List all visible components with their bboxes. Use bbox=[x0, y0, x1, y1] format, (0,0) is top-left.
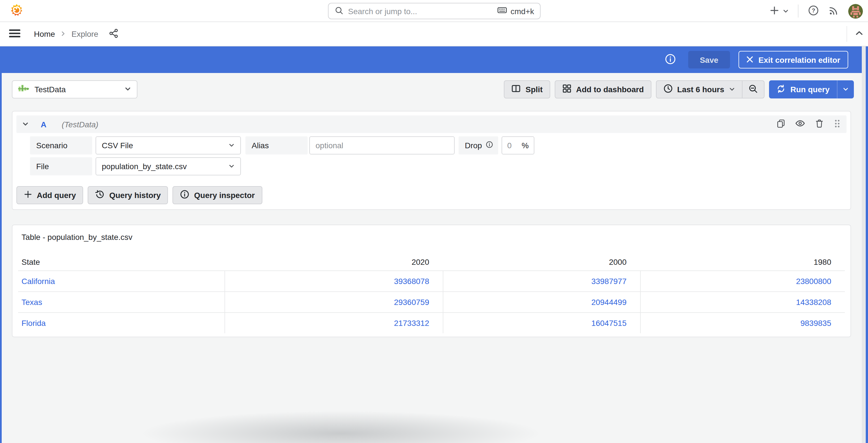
zoom-out-time-button[interactable] bbox=[742, 81, 764, 98]
zoom-out-icon bbox=[748, 84, 758, 95]
table-cell-2020[interactable]: 39368078 bbox=[224, 270, 443, 291]
file-value: population_by_state.csv bbox=[102, 162, 228, 171]
column-header-2000[interactable]: 2000 bbox=[443, 254, 640, 270]
results-table: State 2020 2000 1980 California 39368078… bbox=[18, 254, 845, 333]
grafana-logo-icon[interactable] bbox=[9, 3, 24, 19]
file-select[interactable]: population_by_state.csv bbox=[96, 157, 241, 175]
topbar-actions: ? bbox=[770, 0, 863, 22]
table-panel: Table - population_by_state.csv State 20… bbox=[12, 225, 851, 337]
explore-content: TestData Split Add to dashboard bbox=[2, 73, 862, 443]
run-query-button[interactable]: Run query bbox=[769, 80, 854, 98]
time-range-button[interactable]: Last 6 hours bbox=[656, 81, 742, 98]
table-cell-state[interactable]: Florida bbox=[18, 312, 224, 333]
scenario-label: Scenario bbox=[30, 136, 92, 154]
dashboard-grid-icon bbox=[562, 84, 571, 95]
query-inspector-button[interactable]: Query inspector bbox=[173, 186, 262, 204]
query-history-button[interactable]: Query history bbox=[88, 186, 168, 204]
duplicate-query-button[interactable] bbox=[776, 119, 785, 130]
query-history-label: Query history bbox=[109, 191, 161, 200]
breadcrumb: Home Explore bbox=[34, 29, 98, 38]
correlation-editor-bar: Save Exit correlation editor bbox=[0, 47, 862, 73]
top-nav-bar: Search or jump to... cmd+k ? bbox=[0, 0, 868, 22]
table-cell-state[interactable]: California bbox=[18, 270, 224, 291]
query-editor-card: A (TestData) bbox=[12, 111, 851, 210]
info-circle-icon[interactable] bbox=[664, 53, 676, 66]
breadcrumb-bar: Home Explore bbox=[0, 22, 868, 47]
chevron-down-icon bbox=[729, 85, 735, 94]
testdata-datasource-icon bbox=[18, 84, 29, 94]
share-button[interactable] bbox=[108, 28, 119, 40]
table-panel-title: Table - population_by_state.csv bbox=[18, 231, 845, 242]
query-ref-id: A bbox=[41, 120, 46, 129]
split-icon bbox=[512, 84, 521, 95]
table-cell-1980[interactable]: 9839835 bbox=[640, 312, 845, 333]
toolbar-actions: Split Add to dashboard Last 6 hours bbox=[504, 80, 854, 98]
scenario-row: Scenario CSV File Alias optional bbox=[30, 136, 846, 154]
alias-placeholder: optional bbox=[315, 141, 343, 150]
column-header-1980[interactable]: 1980 bbox=[640, 254, 845, 270]
datasource-name: TestData bbox=[34, 85, 119, 94]
vertical-scrollbar[interactable] bbox=[862, 47, 866, 443]
add-query-button[interactable]: Add query bbox=[17, 186, 83, 204]
new-menu-button[interactable] bbox=[770, 5, 789, 17]
table-cell-2020[interactable]: 29360759 bbox=[224, 291, 443, 312]
table-cell-2020[interactable]: 21733312 bbox=[224, 312, 443, 333]
file-row: File population_by_state.csv bbox=[30, 157, 846, 175]
breadcrumb-current: Explore bbox=[71, 29, 98, 38]
explore-toolbar: TestData Split Add to dashboard bbox=[12, 80, 854, 98]
table-cell-1980[interactable]: 23800800 bbox=[640, 270, 845, 291]
table-cell-2000[interactable]: 20944499 bbox=[443, 291, 640, 312]
clock-icon bbox=[663, 84, 673, 95]
hide-query-eye-button[interactable] bbox=[795, 119, 805, 129]
add-to-dashboard-label: Add to dashboard bbox=[576, 85, 644, 94]
search-icon bbox=[334, 5, 343, 17]
drop-percent-input[interactable]: 0 % bbox=[502, 136, 534, 154]
history-icon bbox=[95, 189, 104, 201]
user-avatar[interactable] bbox=[848, 4, 863, 19]
exit-correlation-editor-button[interactable]: Exit correlation editor bbox=[739, 51, 848, 68]
query-secondary-actions: Add query Query history Query inspector bbox=[17, 186, 846, 205]
collapse-topbar-button[interactable] bbox=[846, 26, 864, 42]
news-rss-button[interactable] bbox=[829, 5, 839, 17]
column-header-2020[interactable]: 2020 bbox=[224, 254, 443, 270]
chevron-down-icon bbox=[228, 162, 235, 171]
plus-icon bbox=[770, 5, 779, 17]
drop-label: Drop bbox=[459, 136, 498, 154]
delete-query-trash-button[interactable] bbox=[815, 119, 824, 130]
query-inspector-label: Query inspector bbox=[194, 191, 255, 200]
menu-toggle-button[interactable] bbox=[9, 29, 20, 39]
scenario-select[interactable]: CSV File bbox=[96, 136, 241, 154]
query-row-header[interactable]: A (TestData) bbox=[17, 115, 846, 133]
scenario-value: CSV File bbox=[102, 141, 228, 150]
datasource-picker[interactable]: TestData bbox=[12, 80, 137, 98]
table-cell-2000[interactable]: 16047515 bbox=[443, 312, 640, 333]
search-input[interactable]: Search or jump to... cmd+k bbox=[328, 3, 540, 19]
topbar-divider bbox=[798, 4, 799, 18]
add-to-dashboard-button[interactable]: Add to dashboard bbox=[554, 80, 651, 98]
chevron-up-icon bbox=[855, 29, 864, 39]
query-datasource-hint: (TestData) bbox=[62, 120, 98, 129]
column-header-state[interactable]: State bbox=[18, 254, 224, 270]
table-cell-2000[interactable]: 33987977 bbox=[443, 270, 640, 291]
split-button[interactable]: Split bbox=[504, 80, 550, 98]
info-circle-icon bbox=[486, 141, 493, 150]
time-picker-group: Last 6 hours bbox=[656, 80, 765, 98]
help-button[interactable]: ? bbox=[807, 4, 819, 18]
chevron-down-icon bbox=[228, 141, 235, 150]
search-shortcut: cmd+k bbox=[497, 5, 534, 17]
save-button[interactable]: Save bbox=[688, 51, 730, 68]
alias-input[interactable]: optional bbox=[309, 136, 455, 154]
add-query-label: Add query bbox=[37, 191, 76, 200]
run-query-options-button[interactable] bbox=[837, 80, 854, 98]
exit-correlation-editor-label: Exit correlation editor bbox=[758, 55, 840, 64]
breadcrumb-home-link[interactable]: Home bbox=[34, 29, 55, 38]
close-icon bbox=[747, 55, 753, 64]
sync-icon bbox=[776, 84, 785, 95]
correlation-border-right bbox=[866, 47, 868, 443]
drag-handle-icon[interactable] bbox=[834, 119, 841, 130]
chevron-right-icon bbox=[60, 29, 66, 38]
table-cell-state[interactable]: Texas bbox=[18, 291, 224, 312]
keyboard-icon bbox=[497, 5, 507, 17]
table-cell-1980[interactable]: 14338208 bbox=[640, 291, 845, 312]
collapse-query-chevron-icon[interactable] bbox=[22, 120, 29, 129]
